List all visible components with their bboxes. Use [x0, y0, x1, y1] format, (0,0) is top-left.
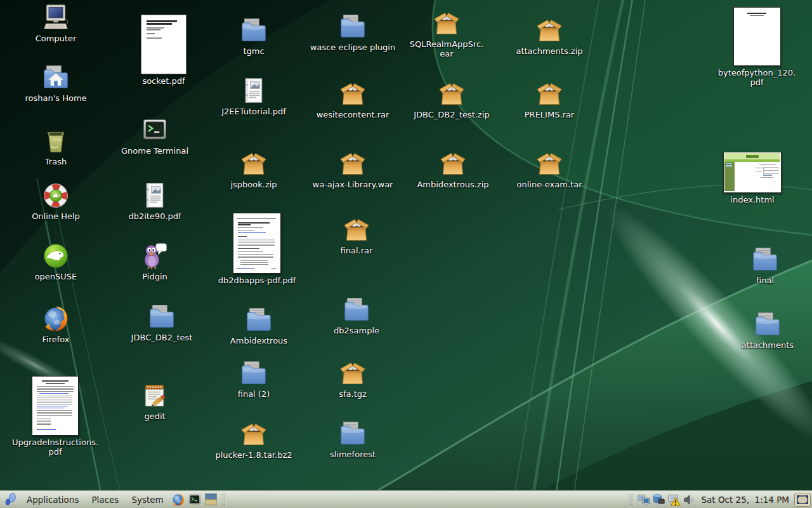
desktop-icon-computer[interactable]: Computer	[21, 4, 91, 43]
desktop-icon-final-rar[interactable]: final.rar	[322, 216, 391, 255]
desktop-icon-byteofpython-pdf[interactable]: byteofpython_120.pdf	[706, 7, 808, 88]
desktop-icon-ambidextrous-folder[interactable]: Ambidextrous	[214, 306, 303, 345]
desktop-icon-online-exam-tar[interactable]: online-exam.tar	[502, 150, 597, 189]
archive-icon	[433, 10, 461, 37]
archive-icon	[339, 359, 367, 387]
update-notifier-icon[interactable]	[668, 493, 681, 506]
desktop-icon-roshans-home[interactable]: roshan's Home	[15, 64, 97, 103]
desktop-icon-opensuse[interactable]: openSUSE	[18, 242, 94, 281]
desktop-icon-index-html[interactable]: index.html	[714, 152, 790, 204]
desktop-icon-wa-ajax-library-war[interactable]: wa-ajax-Library.war	[299, 150, 407, 189]
icon-label: J2EETutorial.pdf	[221, 107, 286, 116]
suse-foot-icon[interactable]	[3, 492, 18, 507]
show-desktop-button[interactable]	[794, 493, 811, 507]
icon-label: JDBC_DB2_test	[131, 333, 193, 342]
icon-label: Online Help	[32, 211, 80, 221]
icon-label: final (2)	[238, 389, 270, 399]
desktop-icon-tgmc[interactable]: tgmc	[219, 17, 289, 56]
icon-label: jspbook.zip	[230, 180, 277, 189]
desktop-icon-sfa-tgz[interactable]: sfa.tgz	[318, 359, 388, 399]
desktop-icon-ambidextrous-zip[interactable]: Ambidextrous.zip	[402, 150, 504, 189]
folder-icon	[754, 311, 782, 338]
icon-label: openSUSE	[35, 272, 77, 281]
desktop-icon-wesitecontent-rar[interactable]: wesitecontent.rar	[302, 80, 403, 119]
trash-icon	[42, 127, 70, 155]
desktop-icon-trash[interactable]: Trash	[21, 127, 91, 166]
desktop-icon-db2ite90-pdf[interactable]: db2ite90.pdf	[114, 182, 196, 221]
desktop-icon-jdbc-db2-test-folder[interactable]: JDBC_DB2_test	[114, 303, 209, 342]
menu-places[interactable]: Places	[85, 491, 125, 508]
desktop-icon-db2dbapps-pdf[interactable]: db2dbapps-pdf.pdf	[203, 213, 311, 285]
htmlthumb-icon	[723, 152, 782, 193]
docicon-icon	[141, 182, 169, 210]
icon-label: online-exam.tar	[517, 180, 582, 189]
removable-device-icon[interactable]	[653, 493, 665, 506]
upgrade-pdfthumb-icon	[32, 376, 79, 436]
icon-label: JDBC_DB2_test.zip	[414, 110, 490, 119]
menu-system[interactable]: System	[125, 491, 169, 508]
home-icon	[42, 64, 70, 91]
desktop-icon-plucker-archive[interactable]: plucker-1.8.tar.bz2	[200, 420, 308, 460]
desktop-icon-attachments-zip[interactable]: attachments.zip	[499, 17, 600, 56]
icon-label: Firefox	[42, 335, 69, 344]
terminal-launcher-icon[interactable]	[188, 493, 202, 507]
menu-applications[interactable]: Applications	[20, 491, 85, 508]
volume-icon[interactable]	[683, 493, 696, 506]
desktop-icon-socket-pdf[interactable]: socket.pdf	[126, 15, 202, 86]
clock[interactable]: Sat Oct 25, 1:14 PM	[701, 495, 789, 505]
desktop-icon-gnome-terminal[interactable]: Gnome Terminal	[107, 116, 202, 156]
desktop-icon-jdbc-db2-test-zip[interactable]: JDBC_DB2_test.zip	[398, 80, 506, 119]
desktop-icon-prelims-rar[interactable]: PRELIMS.rar	[505, 80, 594, 119]
icon-label: Ambidextrous	[230, 336, 287, 345]
folder-icon	[343, 296, 370, 324]
bottom-panel: Applications Places System Sat Oct 25, 1…	[0, 490, 812, 508]
panel-drag-handle[interactable]	[221, 492, 226, 507]
desktop-icon-final-2-folder[interactable]: final (2)	[219, 359, 289, 399]
icon-label: PRELIMS.rar	[525, 110, 574, 119]
icon-label: Ambidextrous.zip	[417, 180, 488, 189]
desktop-icon-pidgin[interactable]: Pidgin	[120, 242, 190, 281]
archive-icon	[535, 80, 563, 108]
icon-label: byteofpython_120.pdf	[718, 68, 796, 88]
folder-icon	[240, 359, 268, 387]
icon-label: final.rar	[341, 246, 373, 255]
panel-left: Applications Places System	[0, 491, 229, 508]
archive-icon	[535, 17, 563, 44]
icon-label: db2sample	[334, 326, 379, 335]
icon-label: attachments	[742, 340, 794, 350]
desktop-launcher-icon[interactable]	[204, 493, 218, 506]
icon-label: index.html	[730, 195, 774, 204]
desktop-icon-slimeforest-folder[interactable]: slimeforest	[311, 420, 394, 459]
icon-label: Trash	[45, 157, 67, 166]
desktop-icon-j2eetutorial-pdf[interactable]: J2EETutorial.pdf	[206, 77, 301, 116]
desktop-icon-upgradeinstructions-pdf[interactable]: UpgradeInstructions.pdf	[1, 376, 109, 457]
desktop-icon-db2sample-folder[interactable]: db2sample	[315, 296, 398, 335]
icon-label: sfa.tgz	[339, 389, 367, 399]
icon-label: UpgradeInstructions.pdf	[12, 438, 98, 457]
desktop: Computer roshan's Home Trash Online Help…	[0, 0, 812, 508]
folder-icon	[339, 13, 367, 41]
desktop-icon-attachments-folder[interactable]: attachments	[726, 311, 809, 350]
help-icon	[42, 182, 70, 210]
desktop-icon-firefox[interactable]: Firefox	[21, 305, 91, 344]
archive-icon	[339, 150, 367, 178]
icon-label: Gnome Terminal	[121, 146, 188, 156]
desktop-icon-sqlrealmappsrc-ear[interactable]: SQLRealmAppSrc.ear	[396, 10, 497, 59]
desktop-icon-wasce-eclipse-plugin[interactable]: wasce eclipse plugin	[296, 13, 410, 52]
desktop-icon-online-help[interactable]: Online Help	[18, 182, 94, 221]
tray-drag-handle[interactable]	[629, 492, 634, 507]
archive-icon	[439, 150, 467, 178]
archive-icon	[438, 80, 466, 108]
folder-icon	[339, 420, 367, 448]
folder-icon	[751, 246, 779, 274]
icon-label: SQLRealmAppSrc.ear	[410, 39, 483, 59]
desktop-icon-gedit[interactable]: gedit	[120, 382, 190, 421]
icon-label: Computer	[36, 34, 77, 43]
firefox-launcher-icon[interactable]	[171, 493, 185, 507]
suse-icon	[42, 242, 70, 270]
desktop-icon-final-folder[interactable]: final	[730, 246, 800, 285]
desktop-icon-jspbook-zip[interactable]: jspbook.zip	[213, 150, 295, 189]
pidgin-icon	[141, 242, 169, 270]
icon-label: slimeforest	[330, 450, 376, 459]
network-computers-icon[interactable]	[638, 493, 650, 506]
